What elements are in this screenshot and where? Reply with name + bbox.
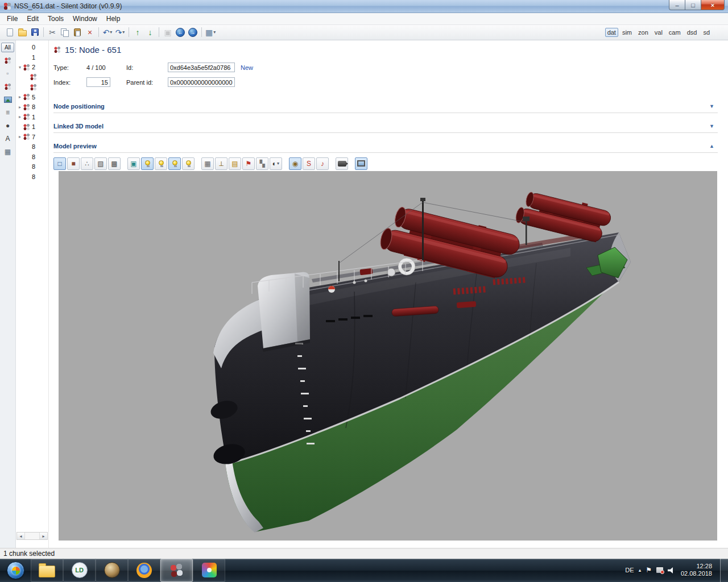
taskbar-ld-app-button[interactable]: LD (63, 559, 96, 582)
light-ambient-button[interactable] (141, 157, 154, 170)
tree-item[interactable] (16, 82, 48, 93)
scroll-left-icon[interactable]: ◂ (17, 533, 24, 539)
format-dsd-button[interactable]: dsd (685, 28, 700, 37)
taskbar-globe-app-button[interactable] (96, 559, 128, 582)
open-file-button[interactable] (16, 26, 28, 39)
tree-item[interactable]: 8 (16, 142, 48, 152)
move-down-button[interactable]: ↓ (144, 26, 156, 39)
action-center-flag-icon[interactable]: ⚑ (646, 566, 652, 574)
tree-expander-icon[interactable]: ▾ (17, 65, 23, 70)
filter-all-button[interactable]: All (1, 43, 14, 52)
tree-item[interactable]: ▸7 (16, 132, 48, 142)
sound-toggle-button[interactable]: ♪ (316, 157, 329, 170)
filter-textures-button[interactable] (2, 95, 14, 105)
tree-horizontal-scrollbar[interactable]: ◂ ▸ (16, 532, 48, 540)
menu-file[interactable]: File (2, 14, 22, 24)
light-directional-button[interactable] (168, 157, 181, 170)
section-node-positioning[interactable]: Node positioning ▼ (53, 100, 718, 113)
tree-item[interactable]: ▸1 (16, 112, 48, 122)
filter-spheres-button[interactable]: ● (2, 121, 14, 131)
tree-item[interactable]: ▸5 (16, 92, 48, 102)
show-grid-button[interactable]: ▦ (201, 157, 214, 170)
menu-edit[interactable]: Edit (22, 14, 43, 24)
tree-item[interactable]: ▸8 (16, 102, 48, 113)
start-button[interactable] (7, 562, 24, 579)
network-icon[interactable] (656, 567, 663, 573)
filter-nodes-button[interactable] (2, 56, 14, 65)
show-materials-button[interactable]: ◉ (289, 157, 301, 170)
chevron-down-icon[interactable]: ▼ (709, 103, 718, 109)
tree-expander-icon[interactable]: ▸ (17, 94, 23, 99)
close-button[interactable]: × (701, 0, 725, 10)
format-sd-button[interactable]: sd (701, 28, 712, 37)
render-textured-button[interactable]: ▩ (108, 157, 121, 170)
menu-help[interactable]: Help (102, 14, 125, 24)
chunk-tree-panel[interactable]: 01▾2▸5▸8▸11▸78888 ◂ ▸ (16, 40, 49, 548)
new-id-link[interactable]: New (241, 64, 253, 71)
render-wireframe-button[interactable]: □ (53, 157, 66, 170)
render-shaded-button[interactable]: ▧ (94, 157, 107, 170)
filter-chunks-button[interactable]: ▫ (2, 69, 14, 78)
tree-expander-icon[interactable]: ▸ (17, 105, 23, 110)
compare-button[interactable]: ▣ (162, 26, 174, 39)
minimize-button[interactable]: – (669, 0, 685, 10)
show-uv-button[interactable]: ▚ (256, 157, 268, 170)
chevron-up-icon[interactable]: ▲ (709, 143, 718, 149)
tree-item[interactable]: ▾2 (16, 63, 48, 73)
tree-item[interactable]: 8 (16, 172, 48, 182)
render-points-button[interactable]: ∴ (81, 157, 93, 170)
format-val-button[interactable]: val (652, 28, 665, 37)
taskbar-firefox-button[interactable] (128, 559, 160, 582)
new-file-button[interactable] (3, 26, 16, 39)
taskbar-silent-3ditor-button[interactable] (160, 559, 193, 582)
paste-button[interactable] (71, 26, 84, 39)
filter-models-button[interactable] (2, 82, 14, 92)
clock[interactable]: 12:28 02.08.2018 (681, 563, 712, 579)
background-color-button[interactable]: ◐▾ (270, 157, 282, 170)
model-preview-viewport[interactable] (59, 171, 717, 541)
tree-item[interactable]: 8 (16, 152, 48, 162)
cut-button[interactable]: ✂ (46, 26, 59, 39)
tree-item[interactable] (16, 72, 48, 82)
chevron-down-icon[interactable]: ▼ (709, 123, 718, 129)
menu-window[interactable]: Window (68, 14, 102, 24)
move-up-button[interactable]: ↑ (131, 26, 144, 39)
parent-id-input[interactable] (168, 77, 235, 87)
show-skeleton-button[interactable]: S (303, 157, 315, 170)
go-forward-button[interactable]: → (187, 26, 199, 39)
scrollbar-track[interactable] (24, 533, 40, 539)
format-sim-button[interactable]: sim (620, 28, 634, 37)
menu-tools[interactable]: Tools (43, 14, 68, 24)
copy-button[interactable] (59, 26, 71, 39)
delete-button[interactable]: × (84, 26, 96, 39)
format-dat-button[interactable]: dat (605, 28, 618, 37)
tree-item[interactable]: 8 (16, 162, 48, 172)
maximize-button[interactable]: □ (685, 0, 701, 10)
show-bounding-box-button[interactable]: ▤ (229, 157, 241, 170)
tray-expand-icon[interactable]: ▴ (639, 567, 642, 573)
volume-icon[interactable] (668, 567, 675, 573)
show-desktop-button[interactable] (720, 559, 728, 582)
render-solid-button[interactable]: ■ (67, 157, 80, 170)
redo-button[interactable]: ↷▾ (114, 26, 126, 39)
camera-view-button[interactable] (336, 157, 348, 170)
tree-item[interactable]: 0 (16, 43, 48, 53)
tree-item[interactable]: 1 (16, 52, 48, 63)
index-input[interactable] (86, 77, 110, 87)
id-input[interactable] (168, 63, 235, 72)
scroll-right-icon[interactable]: ▸ (40, 533, 47, 539)
section-model-preview[interactable]: Model preview ▲ (53, 140, 718, 153)
tree-item[interactable]: 1 (16, 122, 48, 132)
language-indicator[interactable]: DE (625, 567, 634, 573)
view-columns-button[interactable]: ▦▾ (204, 26, 217, 39)
render-material-button[interactable]: ▣ (127, 157, 140, 170)
light-spot-button[interactable] (182, 157, 195, 170)
fullscreen-preview-button[interactable] (355, 157, 367, 170)
filter-fonts-button[interactable]: A (2, 134, 14, 144)
tree-expander-icon[interactable]: ▸ (17, 114, 23, 119)
filter-grid-button[interactable]: ▦ (2, 147, 14, 157)
go-back-button[interactable]: ← (174, 26, 187, 39)
format-cam-button[interactable]: cam (667, 28, 683, 37)
format-zon-button[interactable]: zon (636, 28, 651, 37)
save-file-button[interactable] (28, 26, 41, 39)
